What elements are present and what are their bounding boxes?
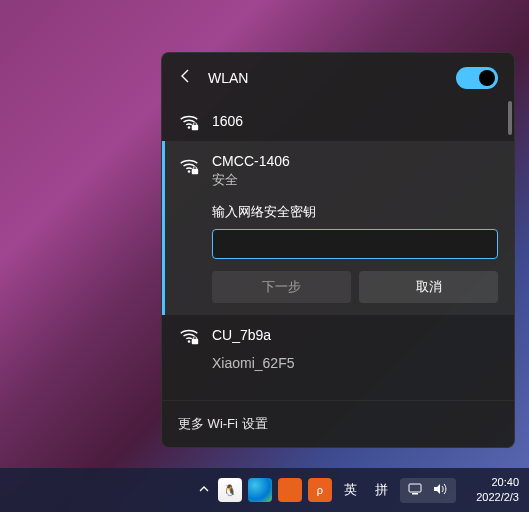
time: 20:40 — [476, 475, 519, 490]
svg-rect-10 — [412, 493, 418, 495]
wifi-name: 1606 — [212, 113, 243, 129]
network-icon — [408, 482, 424, 499]
svg-point-3 — [188, 170, 191, 173]
password-input[interactable] — [212, 229, 498, 259]
password-prompt: 输入网络安全密钥 — [212, 203, 498, 221]
wifi-list: 1606 CMCC-1406 安全 输入网络安全密钥 下一步 取消 CU_7b9… — [162, 101, 514, 400]
wifi-network-item[interactable]: 1606 — [162, 101, 514, 141]
wifi-network-item[interactable]: Xiaomi_62F5 — [162, 355, 514, 371]
tray-chevron-icon[interactable] — [198, 483, 210, 497]
svg-rect-2 — [193, 123, 197, 126]
ime-mode[interactable]: 拼 — [369, 481, 394, 499]
taskbar: 🐧 ρ 英 拼 20:40 2022/2/3 — [0, 468, 529, 512]
wifi-security: 安全 — [212, 171, 498, 189]
wifi-network-item[interactable]: CU_7b9a — [162, 315, 514, 355]
wifi-secure-icon — [178, 325, 198, 345]
flyout-title: WLAN — [208, 70, 442, 86]
volume-icon — [432, 482, 448, 499]
edge-icon[interactable] — [248, 478, 272, 502]
svg-point-0 — [188, 126, 191, 129]
next-button[interactable]: 下一步 — [212, 271, 351, 303]
system-tray-group[interactable] — [400, 478, 456, 503]
wifi-name: CMCC-1406 — [212, 153, 498, 169]
qq-icon[interactable]: 🐧 — [218, 478, 242, 502]
wifi-toggle[interactable] — [456, 67, 498, 89]
wifi-name: Xiaomi_62F5 — [212, 355, 295, 371]
wifi-secure-icon — [178, 111, 198, 131]
flyout-header: WLAN — [162, 53, 514, 101]
cancel-button[interactable]: 取消 — [359, 271, 498, 303]
everything-icon[interactable]: ρ — [308, 478, 332, 502]
wifi-flyout: WLAN 1606 CMCC-1406 安全 输入网络安全密钥 下一步 取消 — [161, 52, 515, 448]
svg-rect-9 — [409, 484, 421, 492]
date: 2022/2/3 — [476, 490, 519, 505]
app-icon[interactable] — [278, 478, 302, 502]
scrollbar[interactable] — [508, 101, 512, 135]
svg-rect-5 — [193, 167, 197, 170]
clock[interactable]: 20:40 2022/2/3 — [476, 475, 519, 505]
svg-rect-8 — [193, 337, 197, 340]
wifi-secure-icon — [178, 155, 198, 175]
back-icon[interactable] — [178, 68, 194, 88]
ime-lang[interactable]: 英 — [338, 481, 363, 499]
wifi-network-selected: CMCC-1406 安全 输入网络安全密钥 下一步 取消 — [162, 141, 514, 315]
more-wifi-settings[interactable]: 更多 Wi-Fi 设置 — [162, 400, 514, 447]
wifi-name: CU_7b9a — [212, 327, 271, 343]
svg-point-6 — [188, 340, 191, 343]
